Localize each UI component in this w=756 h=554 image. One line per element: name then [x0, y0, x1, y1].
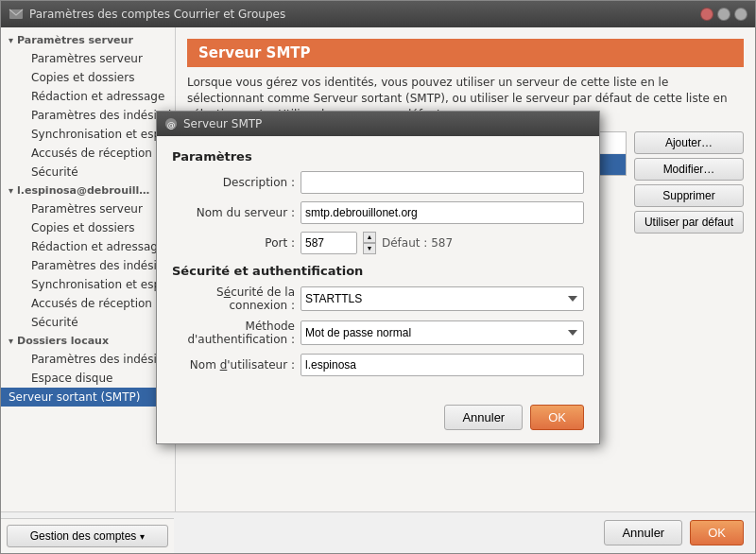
- dialog-icon: @: [164, 117, 178, 130]
- port-input[interactable]: [301, 232, 357, 254]
- username-input[interactable]: [301, 354, 584, 376]
- username-row: Nom d'utilisateur :: [172, 354, 584, 376]
- default-port-label: Défaut : 587: [382, 236, 453, 250]
- dialog-title: Serveur SMTP: [183, 117, 592, 130]
- security-section: Sécurité et authentification Sécurité de…: [172, 264, 584, 376]
- securite-row: Sécurité de la connexion : STARTTLS SSL/…: [172, 286, 584, 312]
- description-input[interactable]: [301, 171, 584, 194]
- username-label: Nom d'utilisateur :: [172, 358, 295, 372]
- port-controls: ▲ ▼ Défaut : 587: [301, 232, 453, 254]
- dialog-body: Paramètres Description : Nom du serveur …: [157, 136, 599, 397]
- auth-select[interactable]: Mot de passe normal Mot de passe chiffré…: [301, 320, 584, 345]
- auth-row: Méthode d'authentification : Mot de pass…: [172, 320, 584, 346]
- port-row: Port : ▲ ▼ Défaut : 587: [172, 232, 584, 254]
- dialog-ok-button[interactable]: OK: [530, 405, 584, 430]
- port-down-button[interactable]: ▼: [363, 243, 376, 254]
- description-row: Description :: [172, 171, 584, 194]
- securite-select[interactable]: STARTTLS SSL/TLS Aucun: [301, 286, 584, 311]
- port-spinner: ▲ ▼: [363, 232, 376, 254]
- port-up-button[interactable]: ▲: [363, 232, 376, 243]
- dialog-annuler-button[interactable]: Annuler: [444, 405, 523, 430]
- serveur-input[interactable]: [301, 201, 584, 224]
- description-label: Description :: [172, 176, 295, 189]
- svg-text:@: @: [167, 119, 176, 129]
- security-section-title: Sécurité et authentification: [172, 264, 584, 278]
- dialog-bottom: Annuler OK: [157, 397, 599, 443]
- smtp-dialog: @ Serveur SMTP Paramètres Description : …: [156, 111, 600, 444]
- securite-label: Sécurité de la connexion :: [172, 286, 295, 312]
- port-label: Port :: [172, 236, 295, 250]
- auth-label: Méthode d'authentification :: [172, 320, 295, 346]
- serveur-row: Nom du serveur :: [172, 201, 584, 224]
- serveur-label: Nom du serveur :: [172, 206, 295, 219]
- dialog-titlebar: @ Serveur SMTP: [157, 112, 599, 136]
- parametres-section-title: Paramètres: [172, 149, 584, 164]
- dialog-overlay: @ Serveur SMTP Paramètres Description : …: [1, 1, 755, 553]
- main-window: Paramètres des comptes Courrier et Group…: [0, 0, 756, 554]
